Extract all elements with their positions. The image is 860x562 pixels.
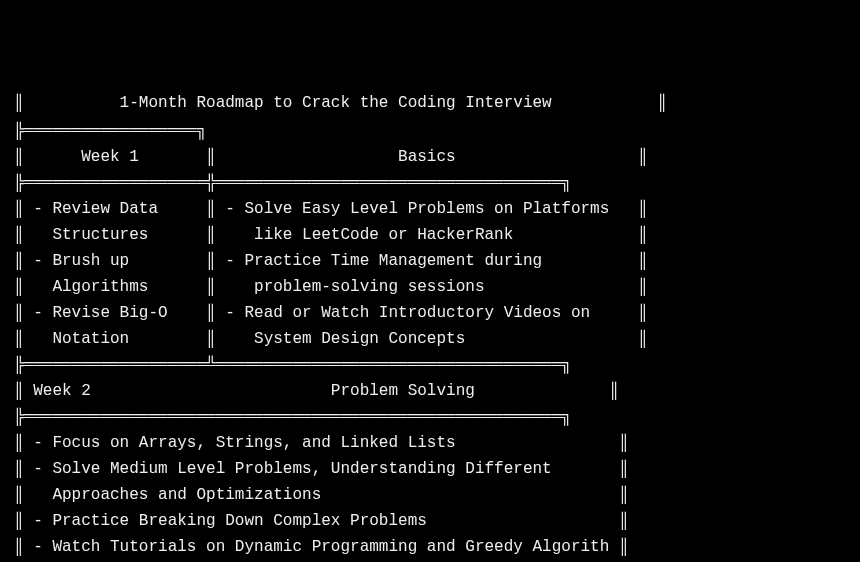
roadmap-document: ║ 1-Month Roadmap to Crack the Coding In… [14, 88, 846, 560]
week1-header: ║ Week 1 ║ Basics ║ [14, 144, 846, 170]
week1-content-row: ║ Structures ║ like LeetCode or HackerRa… [14, 222, 846, 248]
week2-content-row: ║ - Solve Medium Level Problems, Underst… [14, 456, 846, 482]
title-under-border: ╠══════════════════╗ [14, 118, 846, 144]
week1-content-row: ║ - Review Data ║ - Solve Easy Level Pro… [14, 196, 846, 222]
week2-header: ║ Week 2 Problem Solving ║ [14, 378, 846, 404]
week2-content-row: ║ - Watch Tutorials on Dynamic Programmi… [14, 534, 846, 560]
week2-content-row: ║ - Focus on Arrays, Strings, and Linked… [14, 430, 846, 456]
week1-content-row: ║ - Brush up ║ - Practice Time Managemen… [14, 248, 846, 274]
week2-border: ╠═══════════════════════════════════════… [14, 404, 846, 430]
week1-content-row: ║ Notation ║ System Design Concepts ║ [14, 326, 846, 352]
week1-border: ╠═══════════════════╬═══════════════════… [14, 170, 846, 196]
title: ║ 1-Month Roadmap to Crack the Coding In… [14, 88, 846, 118]
week1-content-row: ║ Algorithms ║ problem-solving sessions … [14, 274, 846, 300]
week1-bottom-border: ╠═══════════════════╩═══════════════════… [14, 352, 846, 378]
week1-content-row: ║ - Revise Big-O ║ - Read or Watch Intro… [14, 300, 846, 326]
week2-content-row: ║ - Practice Breaking Down Complex Probl… [14, 508, 846, 534]
week2-content-row: ║ Approaches and Optimizations ║ [14, 482, 846, 508]
